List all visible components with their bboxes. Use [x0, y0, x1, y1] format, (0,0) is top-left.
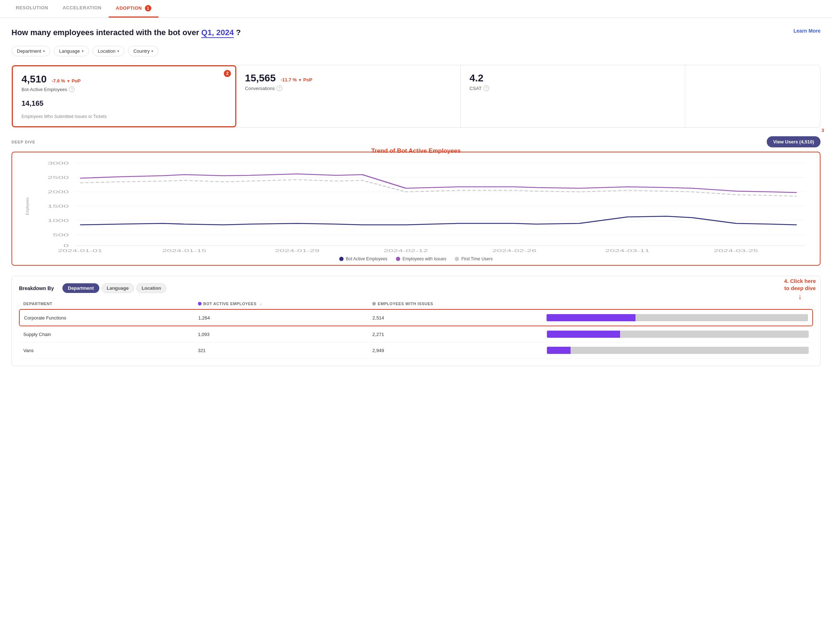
filter-country[interactable]: Country ▾: [128, 46, 159, 56]
learn-more-link[interactable]: Learn More: [794, 28, 821, 34]
cell-bot-active: 321: [198, 348, 373, 353]
view-users-button[interactable]: View Users (4,510): [767, 136, 821, 147]
cell-bot-active: 1,264: [198, 315, 373, 321]
svg-text:1500: 1500: [47, 204, 69, 208]
chart-area: Employees 0 500 1000 1500 2000 2500 3000: [18, 160, 814, 253]
svg-text:2000: 2000: [47, 190, 69, 194]
legend-issues: Employees with Issues: [396, 256, 446, 261]
svg-text:2024-02-12: 2024-02-12: [384, 249, 428, 253]
col-dot-gray: [372, 302, 376, 305]
sort-icon: ↓: [260, 302, 262, 306]
tab-resolution[interactable]: RESOLUTION: [9, 0, 55, 18]
tab-acceleration[interactable]: ACCELERATION: [55, 0, 109, 18]
breakdown-section: Breakdown By Department Language Locatio…: [11, 276, 821, 366]
cell-bar: [547, 331, 809, 338]
legend-first-time: First Time Users: [455, 256, 493, 261]
info-icon[interactable]: ?: [483, 85, 489, 91]
cell-dept: Vans: [23, 348, 198, 353]
info-icon[interactable]: ?: [277, 85, 282, 91]
svg-text:2024-02-26: 2024-02-26: [492, 249, 536, 253]
conversations-change: -11.7 % ▼ PoP: [281, 77, 312, 83]
cell-bot-active: 1,093: [198, 332, 373, 337]
mini-bar-gray: [620, 331, 809, 338]
kpi-empty: [685, 65, 820, 127]
table-row[interactable]: Supply Chain 1,093 2,271: [19, 326, 813, 342]
deep-dive-header: DEEP DIVE 3 View Users (4,510): [11, 136, 821, 147]
kpi-row: 2 4,510 -7.6 % ▼ PoP Bot-Active Employee…: [11, 65, 821, 128]
filter-bar: Department ▾ Language ▾ Location ▾ Count…: [11, 46, 821, 56]
filter-department[interactable]: Department ▾: [11, 46, 50, 56]
chart-svg: 0 500 1000 1500 2000 2500 3000 2024-01-0…: [32, 160, 814, 253]
period-selector[interactable]: Q1, 2024: [201, 28, 234, 38]
svg-text:1000: 1000: [47, 218, 69, 223]
adoption-badge: 1: [145, 5, 151, 11]
page-header: How many employees interacted with the b…: [11, 28, 821, 37]
mini-bar-gray: [571, 347, 809, 354]
page-title: How many employees interacted with the b…: [11, 28, 241, 37]
conversations-label: Conversations ?: [245, 85, 452, 91]
cell-issues: 2,514: [373, 315, 547, 321]
cell-bar: [547, 314, 808, 321]
csat-number: 4.2: [469, 72, 483, 83]
cell-issues: 2,949: [372, 348, 547, 353]
y-axis-label: Employees: [26, 197, 29, 215]
bot-active-label: Bot-Active Employees ?: [21, 86, 227, 92]
kpi-bot-active: 2 4,510 -7.6 % ▼ PoP Bot-Active Employee…: [12, 65, 236, 127]
table-header: DEPARTMENT BOT ACTIVE EMPLOYEES ↓ EMPLOY…: [19, 299, 813, 309]
kpi-conversations: 15,565 -11.7 % ▼ PoP Conversations ?: [236, 65, 461, 127]
cell-dept: Corporate Functions: [24, 315, 198, 321]
badge-3-label: 3: [822, 128, 824, 133]
svg-text:2024-01-01: 2024-01-01: [58, 249, 102, 253]
cell-issues: 2,271: [372, 332, 547, 337]
info-icon[interactable]: ?: [69, 86, 75, 92]
legend-dot-bot-active: [339, 257, 344, 261]
bot-active-subvalue: 14,165: [21, 99, 227, 107]
tabs-bar: RESOLUTION ACCELERATION ADOPTION 1: [0, 0, 832, 18]
breakdown-tab-location[interactable]: Location: [136, 283, 166, 293]
breakdown-tabs: Department Language Location: [62, 283, 166, 293]
breakdown-title: Breakdown By: [19, 285, 54, 291]
table-row[interactable]: Vans 321 2,949: [19, 342, 813, 359]
chevron-down-icon: ▾: [43, 49, 45, 53]
conversations-number: 15,565: [245, 72, 276, 83]
col-bot-active: BOT ACTIVE EMPLOYEES ↓: [198, 302, 373, 306]
legend-dot-issues: [396, 257, 400, 261]
table-row[interactable]: Corporate Functions 1,264 2,514 4. Click…: [19, 309, 813, 326]
svg-text:3000: 3000: [47, 161, 69, 165]
chart-annotation-label: Trend of Bot Active Employees: [371, 147, 461, 155]
bot-active-change: -7.6 % ▼ PoP: [52, 78, 81, 83]
svg-text:500: 500: [53, 233, 69, 237]
breakdown-tab-department[interactable]: Department: [62, 283, 99, 293]
chevron-down-icon: ▾: [82, 49, 83, 53]
filter-location[interactable]: Location ▾: [93, 46, 125, 56]
col-bar: [547, 302, 809, 306]
kpi-csat: 4.2 CSAT ?: [461, 65, 685, 127]
svg-text:0: 0: [64, 243, 69, 248]
cell-bar: [547, 347, 809, 354]
svg-text:2024-01-15: 2024-01-15: [162, 249, 206, 253]
col-department: DEPARTMENT: [23, 302, 198, 306]
legend-bot-active: Bot Active Employees: [339, 256, 387, 261]
mini-bar-gray: [635, 314, 808, 321]
table: DEPARTMENT BOT ACTIVE EMPLOYEES ↓ EMPLOY…: [19, 299, 813, 359]
down-arrow-icon: ▼: [66, 79, 70, 83]
filter-language[interactable]: Language ▾: [54, 46, 89, 56]
svg-text:2500: 2500: [47, 175, 69, 180]
bot-active-number: 4,510: [21, 74, 46, 85]
svg-text:2024-03-25: 2024-03-25: [714, 249, 758, 253]
chevron-down-icon: ▾: [117, 49, 119, 53]
breakdown-tab-language[interactable]: Language: [101, 283, 134, 293]
down-arrow-icon: ▼: [298, 78, 302, 82]
csat-label: CSAT ?: [469, 85, 676, 91]
tab-adoption[interactable]: ADOPTION 1: [109, 0, 158, 18]
svg-text:2024-01-29: 2024-01-29: [275, 249, 320, 253]
cell-dept: Supply Chain: [23, 332, 198, 337]
mini-bar-purple: [547, 314, 635, 321]
deep-dive-label: DEEP DIVE: [11, 140, 35, 144]
chevron-down-icon: ▾: [151, 49, 153, 53]
bot-active-sublabel: Employees Who Submitted Issues or Ticket…: [21, 114, 227, 119]
mini-bar-purple: [547, 331, 620, 338]
chart-legend: Bot Active Employees Employees with Issu…: [18, 256, 814, 261]
legend-dot-first-time: [455, 257, 459, 261]
chart-container: Trend of Bot Active Employees Employees …: [11, 152, 821, 266]
